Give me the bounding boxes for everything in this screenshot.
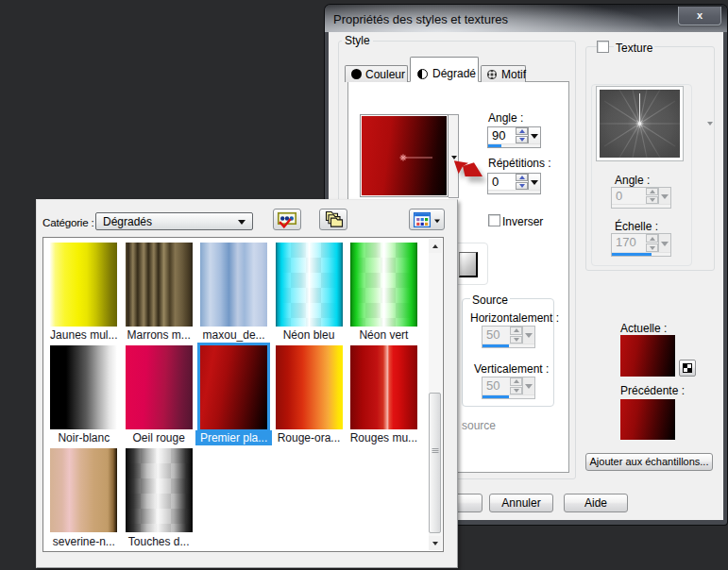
gradient-item-swatch[interactable] (50, 243, 117, 327)
more-folders-button[interactable] (319, 209, 347, 230)
gradient-item-swatch[interactable] (200, 243, 267, 327)
spin-up-button[interactable] (510, 377, 522, 386)
spin-up-button[interactable] (646, 234, 658, 243)
grip-line (432, 452, 438, 453)
gradient-item-label[interactable]: Néon vert (346, 327, 422, 343)
gradient-item-label[interactable]: Oeil rouge (121, 430, 197, 445)
spin-buttons-stack (510, 327, 522, 344)
spin-meter-fill (483, 344, 509, 347)
gradient-item-label[interactable]: Rouges mu... (346, 430, 422, 445)
gradient-item-label[interactable]: Rouge-ora... (271, 430, 347, 445)
spin-dropdown-button[interactable] (528, 127, 540, 143)
gradient-item-swatch[interactable] (126, 243, 193, 327)
gradient-item-swatch[interactable] (350, 243, 417, 327)
spin-up-icon (514, 379, 519, 383)
spin-value-field[interactable]: 50 (483, 377, 510, 394)
gradient-item-swatch[interactable] (276, 345, 343, 429)
echelle-spinbox[interactable]: 170 (611, 233, 671, 257)
gradient-item-swatch[interactable] (276, 243, 343, 327)
spin-value-field[interactable]: 170 (612, 234, 646, 252)
tab-degrade[interactable]: Dégradé (410, 57, 479, 82)
gradient-preview[interactable] (360, 114, 449, 197)
horizontalement-spinbox[interactable]: 50 (482, 326, 535, 348)
precedente-swatch (620, 399, 675, 440)
repetitions-spinbox[interactable]: 0 (487, 173, 541, 194)
spin-dropdown-button[interactable] (528, 174, 540, 190)
spin-up-button[interactable] (646, 188, 658, 195)
texture-checkbox[interactable] (597, 41, 609, 53)
spin-meter-track (612, 252, 670, 256)
inverser-checkbox[interactable] (488, 214, 500, 226)
cancel-button[interactable]: Annuler (489, 494, 553, 512)
repetitions-label: Répétitions : (488, 157, 551, 170)
swatch-check-button[interactable] (273, 209, 301, 230)
gradient-item-swatch[interactable] (200, 345, 267, 429)
gradient-item-swatch[interactable] (50, 448, 117, 532)
spin-dropdown-button[interactable] (658, 188, 670, 204)
list-scrollbar[interactable] (429, 239, 442, 550)
swatches-toggle-button[interactable] (679, 360, 696, 377)
spin-up-icon (650, 237, 655, 241)
spin-down-button[interactable] (516, 182, 528, 190)
spin-down-button[interactable] (646, 243, 658, 252)
gradient-item-swatch[interactable] (126, 448, 193, 532)
spin-meter-track (488, 190, 540, 193)
angle-label: Angle : (488, 111, 523, 125)
angle-spinbox[interactable]: 90 (487, 126, 541, 148)
spin-buttons-stack (646, 188, 658, 204)
scrollbar-thumb[interactable] (429, 393, 441, 533)
view-mode-button[interactable] (409, 209, 445, 230)
spin-up-button[interactable] (510, 327, 522, 335)
gradient-item-label[interactable]: Noir-blanc (45, 430, 122, 445)
spin-value-field[interactable]: 50 (483, 327, 510, 344)
categorie-label: Catégorie : (42, 216, 94, 228)
help-button[interactable]: Aide (564, 494, 628, 512)
spin-content-row: 90 (488, 127, 540, 143)
spin-down-icon (514, 338, 519, 342)
spin-down-button[interactable] (510, 336, 522, 344)
spin-value-field[interactable]: 0 (612, 188, 646, 204)
grip-line (432, 450, 438, 451)
spin-buttons-stack (646, 234, 658, 252)
scroll-down-button[interactable] (429, 536, 442, 550)
spin-up-button[interactable] (516, 127, 528, 135)
tab-motif[interactable]: Motif (481, 65, 526, 82)
scroll-up-button[interactable] (429, 239, 442, 253)
spin-value-field[interactable]: 90 (488, 127, 516, 143)
gradient-item-label[interactable]: Touches d... (121, 534, 197, 549)
spin-meter-fill (488, 144, 501, 147)
gradient-item-label[interactable]: severine-n... (45, 534, 122, 549)
spin-dropdown-button[interactable] (522, 327, 534, 344)
tab-degrade-label: Dégradé (432, 67, 476, 80)
gradient-item-label[interactable]: maxou_de... (195, 327, 272, 343)
verticalement-spinbox[interactable]: 50 (482, 377, 535, 399)
spin-content-row: 50 (483, 327, 534, 344)
tab-couleur[interactable]: Couleur (345, 65, 408, 82)
add-to-swatches-button[interactable]: Ajouter aux échantillons... (585, 453, 713, 471)
gradient-item-label[interactable]: Premier pla... (195, 430, 272, 445)
dialog-titlebar[interactable]: Propriétés des styles et textures x (325, 5, 727, 32)
folders-icon (323, 210, 344, 228)
spin-dropdown-button[interactable] (658, 234, 670, 252)
pattern-sphere-icon (486, 69, 498, 80)
gradient-item-label[interactable]: Marrons m... (121, 327, 197, 343)
gradient-item-label[interactable]: Néon bleu (271, 327, 347, 343)
gradient-item-swatch[interactable] (50, 345, 117, 429)
spin-dropdown-button[interactable] (522, 377, 534, 394)
close-button[interactable]: x (678, 7, 721, 25)
gradient-item-swatch[interactable] (126, 345, 193, 429)
texture-angle-spinbox[interactable]: 0 (611, 187, 671, 209)
texture-preview[interactable] (596, 86, 684, 161)
edit-gradient-button[interactable] (459, 252, 478, 277)
gradient-item-swatch[interactable] (350, 345, 417, 429)
spin-meter-track (612, 204, 670, 208)
spin-up-button[interactable] (516, 174, 528, 181)
categorie-combobox[interactable]: Dégradés (95, 212, 253, 230)
texture-dropdown-arrow[interactable] (707, 122, 713, 126)
spin-down-button[interactable] (646, 196, 658, 204)
inverser-label: Inverser (502, 215, 543, 228)
spin-down-button[interactable] (510, 387, 522, 395)
echelle-label: Échelle : (615, 220, 658, 233)
gradient-item-label[interactable]: Jaunes mul... (45, 327, 122, 343)
spin-down-button[interactable] (516, 136, 528, 143)
